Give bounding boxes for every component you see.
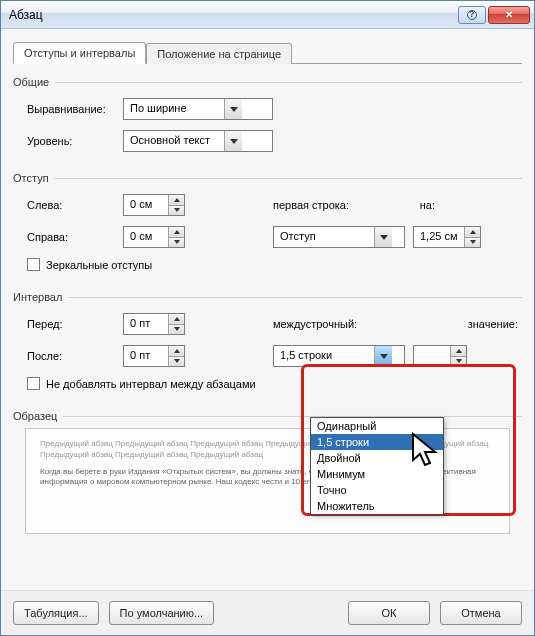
checkbox-mirror-indents[interactable]: Зеркальные отступы bbox=[13, 258, 522, 271]
label-line-spacing: междустрочный: bbox=[273, 318, 403, 330]
arrow-down-icon[interactable] bbox=[169, 205, 184, 216]
chevron-down-icon[interactable] bbox=[374, 346, 392, 366]
spin-right-indent[interactable]: 0 см bbox=[123, 226, 185, 248]
line-spacing-dropdown-list[interactable]: Одинарный1,5 строкиДвойнойМинимумТочноМн… bbox=[310, 417, 444, 515]
label-before: Перед: bbox=[13, 318, 123, 330]
arrow-down-icon[interactable] bbox=[451, 356, 466, 367]
label-left-indent: Слева: bbox=[13, 199, 123, 211]
combo-first-line[interactable]: Отступ bbox=[273, 226, 405, 248]
paragraph-dialog: Абзац ✕ Отступы и интервалы Положение на… bbox=[0, 0, 535, 636]
close-icon: ✕ bbox=[505, 9, 513, 20]
arrow-down-icon[interactable] bbox=[169, 237, 184, 248]
help-button[interactable] bbox=[458, 6, 486, 24]
dropdown-option[interactable]: Двойной bbox=[311, 450, 443, 466]
label-level: Уровень: bbox=[13, 135, 123, 147]
default-button[interactable]: По умолчанию... bbox=[109, 601, 215, 625]
dropdown-option[interactable]: Минимум bbox=[311, 466, 443, 482]
dropdown-option[interactable]: Одинарный bbox=[311, 418, 443, 434]
spin-left-indent[interactable]: 0 см bbox=[123, 194, 185, 216]
label-on: на: bbox=[393, 199, 441, 211]
combo-alignment[interactable]: По ширине bbox=[123, 98, 273, 120]
arrow-down-icon[interactable] bbox=[169, 356, 184, 367]
label-value: значение: bbox=[403, 318, 522, 330]
tab-position[interactable]: Положение на странице bbox=[146, 43, 292, 64]
spin-before[interactable]: 0 пт bbox=[123, 313, 185, 335]
group-sample: Образец bbox=[13, 410, 522, 422]
client-area: Отступы и интервалы Положение на страниц… bbox=[1, 29, 534, 590]
checkbox-no-space-same-style[interactable]: Не добавлять интервал между абзацами bbox=[13, 377, 522, 390]
arrow-up-icon[interactable] bbox=[169, 314, 184, 324]
chevron-down-icon[interactable] bbox=[224, 131, 242, 151]
arrow-up-icon[interactable] bbox=[465, 227, 480, 237]
label-right-indent: Справа: bbox=[13, 231, 123, 243]
tabstrip: Отступы и интервалы Положение на страниц… bbox=[13, 39, 522, 63]
arrow-down-icon[interactable] bbox=[169, 324, 184, 335]
ok-button[interactable]: ОК bbox=[348, 601, 430, 625]
spin-after[interactable]: 0 пт bbox=[123, 345, 185, 367]
close-button[interactable]: ✕ bbox=[488, 6, 530, 24]
spin-first-line-by[interactable]: 1,25 см bbox=[413, 226, 481, 248]
arrow-up-icon[interactable] bbox=[169, 227, 184, 237]
label-first-line: первая строка: bbox=[273, 199, 393, 211]
button-bar: Табуляция... По умолчанию... ОК Отмена bbox=[1, 590, 534, 635]
dropdown-option[interactable]: Множитель bbox=[311, 498, 443, 514]
tabs-button[interactable]: Табуляция... bbox=[13, 601, 99, 625]
window-title: Абзац bbox=[9, 8, 456, 22]
tab-indents[interactable]: Отступы и интервалы bbox=[13, 42, 146, 64]
arrow-up-icon[interactable] bbox=[169, 195, 184, 205]
label-alignment: Выравнивание: bbox=[13, 103, 123, 115]
group-general: Общие bbox=[13, 76, 522, 88]
checkbox-icon bbox=[27, 258, 40, 271]
label-after: После: bbox=[13, 350, 123, 362]
checkbox-icon bbox=[27, 377, 40, 390]
dropdown-option[interactable]: Точно bbox=[311, 482, 443, 498]
arrow-up-icon[interactable] bbox=[451, 346, 466, 356]
arrow-up-icon[interactable] bbox=[169, 346, 184, 356]
titlebar: Абзац ✕ bbox=[1, 1, 534, 29]
cancel-button[interactable]: Отмена bbox=[440, 601, 522, 625]
group-spacing: Интервал bbox=[13, 291, 522, 303]
chevron-down-icon[interactable] bbox=[224, 99, 242, 119]
dropdown-option[interactable]: 1,5 строки bbox=[311, 434, 443, 450]
group-indent: Отступ bbox=[13, 172, 522, 184]
spin-line-spacing-value[interactable] bbox=[413, 345, 467, 367]
chevron-down-icon[interactable] bbox=[374, 227, 392, 247]
arrow-down-icon[interactable] bbox=[465, 237, 480, 248]
combo-level[interactable]: Основной текст bbox=[123, 130, 273, 152]
combo-line-spacing[interactable]: 1,5 строки bbox=[273, 345, 405, 367]
help-icon bbox=[467, 10, 477, 20]
